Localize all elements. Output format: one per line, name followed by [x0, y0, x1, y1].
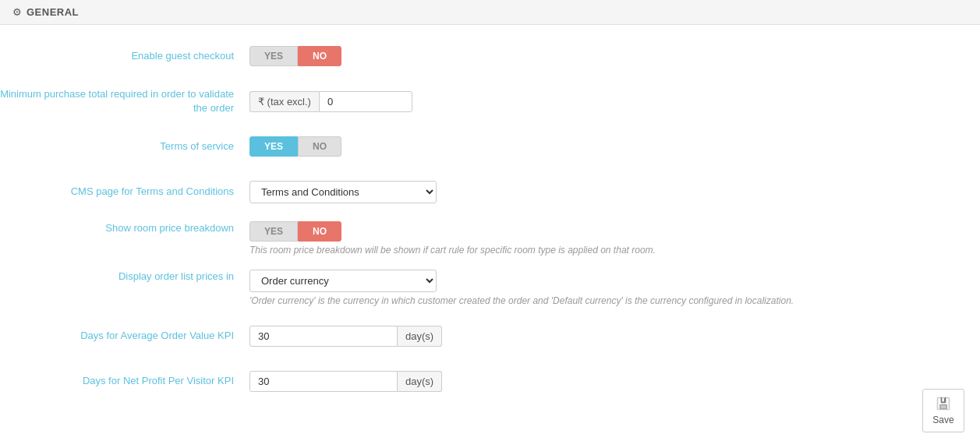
terms-of-service-label: Terms of service [0, 139, 249, 153]
display-order-prices-hint: 'Order currency' is the currency in whic… [249, 295, 834, 306]
minimum-purchase-row: Minimum purchase total required in order… [0, 86, 980, 117]
show-room-price-breakdown-no[interactable]: NO [298, 221, 341, 242]
display-order-prices-label: Display order list prices in [0, 270, 249, 284]
content-area: Enable guest checkout YES NO Minimum pur… [0, 25, 980, 426]
enable-guest-checkout-no[interactable]: NO [298, 46, 341, 66]
cms-page-control: Terms and Conditions [249, 181, 980, 203]
display-order-prices-control: Order currency Default currency 'Order c… [249, 270, 980, 306]
show-room-price-breakdown-label: Show room price breakdown [0, 221, 249, 235]
enable-guest-checkout-toggle: YES NO [249, 46, 980, 66]
svg-rect-1 [940, 405, 946, 409]
days-avg-order-value-control: day(s) [249, 326, 980, 347]
days-net-profit-label: Days for Net Profit Per Visitor KPI [0, 374, 249, 388]
show-room-price-breakdown-control: YES NO This room price breakdown will be… [249, 221, 980, 256]
days-net-profit-input[interactable] [249, 371, 398, 392]
days-avg-order-value-input[interactable] [249, 326, 398, 347]
terms-of-service-control: YES NO [249, 136, 980, 157]
minimum-purchase-label: Minimum purchase total required in order… [0, 87, 249, 115]
save-label: Save [932, 414, 953, 425]
enable-guest-checkout-label: Enable guest checkout [0, 49, 249, 63]
days-avg-order-value-input-group: day(s) [249, 326, 980, 347]
save-button[interactable]: Save [922, 389, 964, 432]
page-wrapper: ⚙ GENERAL Enable guest checkout YES NO M… [0, 0, 980, 448]
days-net-profit-input-group: day(s) [249, 371, 980, 392]
days-net-profit-row: Days for Net Profit Per Visitor KPI day(… [0, 365, 980, 397]
minimum-purchase-prefix: ₹ (tax excl.) [249, 91, 319, 112]
show-room-price-breakdown-hint: This room price breakdown will be shown … [249, 245, 834, 256]
show-room-price-breakdown-row: Show room price breakdown YES NO This ro… [0, 221, 980, 256]
save-btn-area: Save [922, 389, 964, 432]
terms-of-service-toggle: YES NO [249, 136, 980, 157]
enable-guest-checkout-control: YES NO [249, 46, 980, 66]
days-net-profit-suffix: day(s) [398, 371, 442, 392]
svg-rect-2 [944, 398, 946, 401]
enable-guest-checkout-yes[interactable]: YES [249, 46, 298, 66]
days-avg-order-value-label: Days for Average Order Value KPI [0, 329, 249, 343]
minimum-purchase-control: ₹ (tax excl.) [249, 91, 980, 112]
minimum-purchase-input-group: ₹ (tax excl.) [249, 91, 980, 112]
gear-icon: ⚙ [12, 6, 22, 18]
terms-of-service-row: Terms of service YES NO [0, 131, 980, 162]
terms-of-service-no[interactable]: NO [298, 136, 341, 157]
display-order-prices-select[interactable]: Order currency Default currency [249, 270, 437, 292]
section-title: GENERAL [27, 6, 79, 18]
cms-page-row: CMS page for Terms and Conditions Terms … [0, 176, 980, 207]
display-order-prices-row: Display order list prices in Order curre… [0, 270, 980, 306]
save-icon [936, 396, 951, 411]
show-room-price-breakdown-yes[interactable]: YES [249, 221, 298, 242]
days-net-profit-control: day(s) [249, 371, 980, 392]
days-avg-order-value-suffix: day(s) [398, 326, 442, 347]
terms-of-service-yes[interactable]: YES [249, 136, 298, 157]
cms-page-label: CMS page for Terms and Conditions [0, 185, 249, 199]
minimum-purchase-input[interactable] [319, 91, 412, 112]
show-room-price-breakdown-toggle: YES NO [249, 221, 980, 242]
cms-page-select[interactable]: Terms and Conditions [249, 181, 437, 203]
enable-guest-checkout-row: Enable guest checkout YES NO [0, 41, 980, 72]
section-header: ⚙ GENERAL [0, 0, 980, 25]
days-avg-order-value-row: Days for Average Order Value KPI day(s) [0, 320, 980, 351]
